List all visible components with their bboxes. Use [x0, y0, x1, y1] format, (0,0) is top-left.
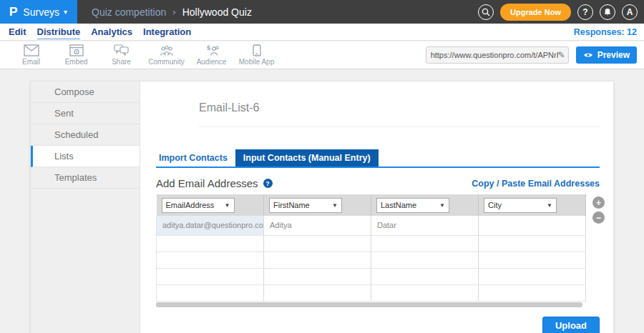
select-caret-icon: ▼ [547, 202, 552, 209]
email-sidebar: Compose Sent Scheduled Lists Templates [31, 81, 140, 333]
sidebar-item-compose[interactable]: Compose [31, 81, 140, 103]
table-horizontal-scrollbar[interactable] [156, 302, 582, 307]
section-title: Add Email Addresses [156, 177, 258, 189]
table-row [157, 284, 586, 301]
help-icon[interactable]: ? [263, 179, 273, 188]
row-add-remove-controls: + − [592, 197, 605, 224]
tab-input-contacts-manual-entry[interactable]: Input Contacts (Manual Entry) [235, 149, 379, 166]
survey-link-area: ✎ Preview [426, 46, 644, 64]
survey-subnav: Edit Distribute Analytics Integration Re… [0, 24, 644, 41]
eye-icon [583, 51, 593, 59]
toolbar-item-label: Embed [65, 58, 88, 66]
header-actions: Upgrade Now ? A [478, 4, 644, 21]
upload-button[interactable]: Upload [542, 317, 600, 333]
mobile-app-icon [253, 44, 261, 56]
toolbar-item-email[interactable]: Email [9, 44, 54, 66]
add-row-button[interactable]: + [592, 197, 605, 209]
cell-email[interactable] [157, 284, 264, 301]
copy-paste-email-addresses-link[interactable]: Copy / Paste Email Addresses [472, 179, 600, 189]
contacts-tabs: Import Contacts Input Contacts (Manual E… [156, 149, 600, 168]
cell-lastname[interactable] [371, 284, 479, 301]
toolbar-item-mobile-app[interactable]: Mobile App [234, 44, 279, 66]
column-mapping-row: EmailAddress▼ FirstName▼ LastName▼ City▼ [157, 194, 586, 216]
toolbar-item-label: Community [148, 58, 185, 66]
cell-lastname[interactable] [371, 268, 479, 284]
questionpro-logo: P [9, 5, 18, 19]
community-icon [159, 44, 175, 56]
cell-city[interactable] [479, 216, 586, 235]
toolbar-item-label: Audience [197, 58, 227, 66]
avatar[interactable]: A [622, 4, 638, 20]
survey-url-box: ✎ [426, 46, 569, 64]
nav-item-analytics[interactable]: Analytics [91, 26, 132, 37]
cell-city[interactable] [479, 284, 586, 301]
svg-text:$: $ [207, 44, 210, 51]
cell-firstname[interactable] [264, 284, 371, 301]
tab-import-contacts[interactable]: Import Contacts [156, 149, 235, 166]
contacts-table-area: EmailAddress▼ FirstName▼ LastName▼ City▼… [156, 194, 600, 307]
cell-lastname[interactable]: Datar [371, 216, 479, 235]
preview-button-label: Preview [597, 50, 630, 60]
cell-city[interactable] [479, 235, 586, 252]
sidebar-item-lists[interactable]: Lists [31, 146, 140, 167]
add-email-addresses-head: Add Email Addresses ? Copy / Paste Email… [156, 177, 600, 189]
chevron-down-icon: ▾ [64, 8, 67, 16]
email-icon [24, 44, 39, 56]
nav-item-distribute[interactable]: Distribute [37, 26, 81, 37]
surveys-menu[interactable]: P Surveys ▾ [0, 0, 77, 24]
notifications-bell-icon[interactable] [600, 4, 615, 20]
table-row [157, 268, 586, 284]
sidebar-item-scheduled[interactable]: Scheduled [31, 124, 140, 146]
breadcrumb-separator-icon: › [172, 6, 175, 17]
cell-city[interactable] [479, 252, 586, 268]
toolbar-item-embed[interactable]: Embed [54, 44, 99, 66]
cell-email[interactable] [157, 235, 264, 252]
cell-lastname[interactable] [371, 252, 479, 268]
cell-city[interactable] [479, 268, 586, 284]
responses-count[interactable]: Responses: 12 [574, 27, 637, 37]
breadcrumb-parent[interactable]: Quiz competition [92, 6, 166, 18]
toolbar-item-share[interactable]: Share [99, 44, 144, 66]
toolbar-item-label: Mobile App [239, 58, 274, 66]
nav-item-integration[interactable]: Integration [143, 26, 191, 37]
toolbar-item-label: Share [112, 58, 131, 66]
sidebar-item-templates[interactable]: Templates [31, 167, 140, 189]
toolbar-item-audience[interactable]: $ Audience [189, 44, 234, 66]
remove-row-button[interactable]: − [592, 212, 605, 224]
cell-firstname[interactable] [264, 252, 371, 268]
cell-firstname[interactable] [264, 235, 371, 252]
select-caret-icon: ▼ [332, 202, 338, 209]
column-select-lastname[interactable]: LastName▼ [376, 198, 449, 213]
preview-button[interactable]: Preview [576, 46, 637, 64]
edit-url-pencil-icon[interactable]: ✎ [558, 50, 565, 60]
upgrade-now-button[interactable]: Upgrade Now [500, 4, 571, 21]
toolbar-item-label: Email [22, 58, 40, 66]
cell-email[interactable] [157, 268, 264, 284]
distribute-toolbar: Email Embed Share Community $ Audience M… [0, 41, 644, 69]
list-content: Email-List-6 Import Contacts Input Conta… [140, 81, 614, 333]
cell-email[interactable] [157, 252, 264, 268]
breadcrumb-current: Hollywood Quiz [182, 6, 252, 18]
column-select-firstname[interactable]: FirstName▼ [269, 198, 342, 213]
cell-firstname[interactable] [264, 268, 371, 284]
search-icon[interactable] [478, 4, 494, 20]
table-row: aditya.datar@questionpro.com Aditya Data… [157, 216, 586, 235]
list-title-row: Email-List-6 [199, 101, 600, 127]
cell-email[interactable]: aditya.datar@questionpro.com [157, 216, 264, 235]
cell-firstname[interactable]: Aditya [264, 216, 371, 235]
toolbar-item-community[interactable]: Community [144, 44, 189, 66]
column-select-emailaddress[interactable]: EmailAddress▼ [162, 198, 235, 213]
table-row [157, 235, 586, 252]
column-select-city[interactable]: City▼ [484, 198, 557, 213]
help-button[interactable]: ? [577, 4, 593, 20]
nav-item-edit[interactable]: Edit [9, 26, 26, 37]
page-title: Email-List-6 [199, 101, 259, 114]
select-caret-icon: ▼ [225, 202, 230, 209]
sidebar-item-sent[interactable]: Sent [31, 103, 140, 124]
cell-lastname[interactable] [371, 235, 479, 252]
product-label: Surveys [23, 6, 59, 18]
share-icon [114, 44, 129, 56]
top-header-bar: P Surveys ▾ Quiz competition › Hollywood… [0, 0, 644, 24]
survey-url-input[interactable] [431, 51, 558, 59]
select-caret-icon: ▼ [439, 202, 445, 209]
